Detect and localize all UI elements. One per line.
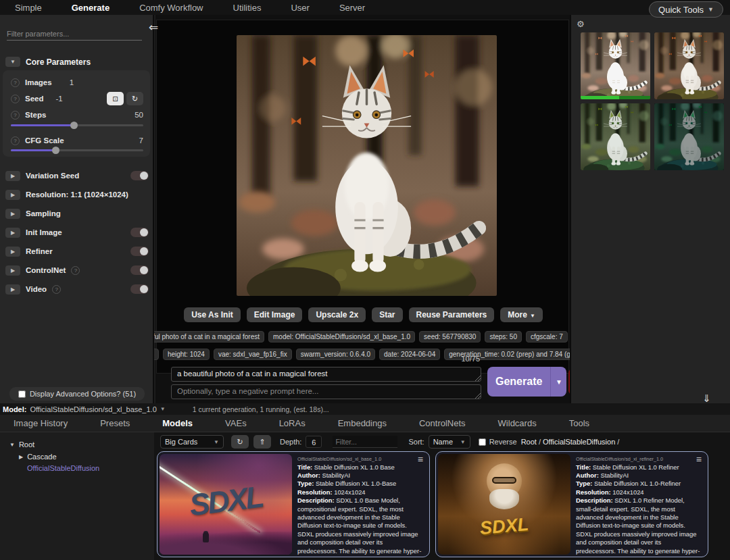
- resize-handle[interactable]: [475, 393, 481, 399]
- help-icon[interactable]: ?: [52, 285, 61, 294]
- use-as-init-button[interactable]: Use As Init: [184, 307, 241, 322]
- chevron-right-icon[interactable]: ▶: [5, 209, 20, 219]
- nav-tab-generate[interactable]: Generate: [72, 3, 110, 13]
- chevron-right-icon[interactable]: ▶: [5, 171, 20, 181]
- tree-item-officialstablediffusion[interactable]: OfficialStableDiffusion: [27, 464, 99, 472]
- star-button[interactable]: Star: [372, 307, 402, 322]
- chevron-right-icon[interactable]: ▶: [5, 247, 20, 257]
- batch-thumbnail[interactable]: [654, 103, 724, 170]
- tab-tools[interactable]: Tools: [569, 418, 589, 428]
- chevron-right-icon[interactable]: ▶: [5, 228, 20, 238]
- steps-value[interactable]: 50: [135, 111, 143, 119]
- variation-seed-toggle[interactable]: [130, 171, 149, 180]
- tab-presets[interactable]: Presets: [100, 418, 130, 428]
- gear-icon[interactable]: ⚙: [577, 19, 585, 29]
- help-icon[interactable]: ?: [11, 95, 20, 103]
- breadcrumb-root-link[interactable]: Root: [521, 438, 537, 446]
- chevron-right-icon[interactable]: ▶: [5, 190, 20, 200]
- section-refiner[interactable]: ▶ Refiner: [5, 245, 149, 257]
- nav-tab-comfy-workflow[interactable]: Comfy Workflow: [139, 3, 203, 13]
- refiner-toggle[interactable]: [130, 247, 149, 256]
- advanced-options-checkbox[interactable]: [18, 390, 26, 398]
- reverse-checkbox[interactable]: [479, 438, 486, 446]
- init-image-toggle[interactable]: [130, 228, 149, 237]
- images-value[interactable]: 1: [70, 78, 74, 86]
- tab-loras[interactable]: LoRAs: [279, 418, 306, 428]
- chevron-right-icon[interactable]: ▶: [5, 265, 20, 276]
- model-card-image: SDXL: [438, 454, 570, 555]
- seed-reuse-icon[interactable]: ↻: [126, 92, 143, 105]
- tab-controlnets[interactable]: ControlNets: [419, 418, 466, 428]
- section-sampling[interactable]: ▶ Sampling: [5, 207, 149, 220]
- model-card-sdxl-base[interactable]: SDXL OfficialStableDiffusion/sd_xl_base_…: [157, 451, 430, 557]
- generated-image[interactable]: [237, 35, 497, 296]
- tab-embeddings[interactable]: Embeddings: [338, 418, 387, 428]
- tab-models[interactable]: Models: [162, 418, 193, 428]
- tab-image-history[interactable]: Image History: [14, 418, 68, 428]
- generate-dropdown-button[interactable]: ▼: [550, 367, 566, 397]
- tab-vaes[interactable]: VAEs: [225, 418, 247, 428]
- batch-thumbnail[interactable]: [654, 32, 724, 99]
- upload-icon[interactable]: ⇑: [253, 435, 271, 449]
- prompt-input[interactable]: a beautiful photo of a cat in a magical …: [171, 367, 481, 382]
- chevron-right-icon[interactable]: ▶: [19, 454, 23, 460]
- nav-tab-utilities[interactable]: Utilities: [233, 3, 262, 13]
- controlnet-toggle[interactable]: [130, 265, 149, 275]
- chevron-down-icon[interactable]: ▼: [9, 442, 15, 448]
- help-icon[interactable]: ?: [11, 136, 20, 145]
- upscale-2x-button[interactable]: Upscale 2x: [308, 307, 366, 322]
- sort-select[interactable]: Name ▼: [429, 435, 470, 449]
- resize-handle[interactable]: [475, 376, 481, 381]
- tab-wildcards[interactable]: Wildcards: [498, 418, 537, 428]
- sort-label: Sort:: [408, 438, 424, 446]
- nav-tab-simple[interactable]: Simple: [15, 3, 42, 13]
- section-variation-seed[interactable]: ▶ Variation Seed: [5, 170, 149, 182]
- title-label: Title:: [297, 463, 312, 471]
- depth-input[interactable]: 6: [306, 436, 322, 448]
- video-toggle[interactable]: [130, 284, 149, 294]
- nav-tab-user[interactable]: User: [291, 3, 309, 13]
- chevron-down-icon[interactable]: ▼: [160, 406, 166, 412]
- model-filter-input[interactable]: [333, 436, 397, 448]
- reuse-parameters-button[interactable]: Reuse Parameters: [409, 307, 495, 322]
- section-init-image[interactable]: ▶ Init Image: [5, 226, 149, 238]
- core-parameters-title: Core Parameters: [26, 57, 91, 67]
- negative-prompt-input[interactable]: [171, 384, 481, 399]
- section-video[interactable]: ▶ Video ?: [5, 283, 149, 295]
- card-image-text: SDXL: [160, 476, 292, 526]
- quick-tools-button[interactable]: Quick Tools ▼: [649, 1, 723, 18]
- description-label: Description:: [297, 497, 335, 504]
- view-mode-select[interactable]: Big Cards ▼: [160, 435, 224, 449]
- batch-thumbnail-generating[interactable]: [581, 32, 650, 99]
- chevron-down-icon[interactable]: ▼: [5, 57, 20, 67]
- card-menu-icon[interactable]: ≡: [696, 454, 702, 465]
- help-icon[interactable]: ?: [71, 266, 80, 275]
- breadcrumb-folder-link[interactable]: OfficialStableDiffusion: [543, 438, 615, 446]
- edit-image-button[interactable]: Edit Image: [247, 307, 303, 322]
- more-button[interactable]: More▼: [500, 307, 543, 322]
- cfg-scale-slider[interactable]: [11, 147, 143, 154]
- tree-item-cascade[interactable]: ▶ Cascade: [19, 453, 57, 461]
- chevron-right-icon[interactable]: ▶: [5, 284, 20, 295]
- cfg-scale-value[interactable]: 7: [139, 136, 143, 145]
- current-model-value[interactable]: OfficialStableDiffusion/sd_xl_base_1.0: [30, 405, 156, 413]
- card-menu-icon[interactable]: ≡: [418, 454, 423, 465]
- core-parameters-header[interactable]: ▼ Core Parameters: [5, 57, 91, 67]
- generate-button[interactable]: Generate: [487, 367, 550, 397]
- filter-parameters-input[interactable]: [7, 27, 142, 41]
- steps-slider[interactable]: [11, 122, 143, 129]
- section-controlnet[interactable]: ▶ ControlNet ?: [5, 264, 149, 276]
- seed-value[interactable]: -1: [56, 95, 63, 103]
- section-resolution[interactable]: ▶ Resolution: 1:1 (1024×1024): [5, 188, 149, 201]
- collapse-sidebar-icon[interactable]: ⇐: [149, 20, 158, 34]
- help-icon[interactable]: ?: [11, 111, 20, 120]
- nav-tab-server[interactable]: Server: [339, 3, 365, 13]
- seed-random-icon[interactable]: ⊡: [107, 92, 124, 105]
- batch-thumbnail[interactable]: [581, 103, 650, 170]
- image-batch-panel: ⚙: [570, 15, 730, 403]
- help-icon[interactable]: ?: [11, 78, 20, 87]
- collapse-bottom-icon[interactable]: ⇓: [702, 392, 711, 405]
- refresh-icon[interactable]: ↻: [231, 435, 249, 449]
- tree-item-root[interactable]: ▼ Root: [9, 440, 34, 449]
- model-card-sdxl-refiner[interactable]: SDXL OfficialStableDiffusion/sd_xl_refin…: [435, 451, 708, 557]
